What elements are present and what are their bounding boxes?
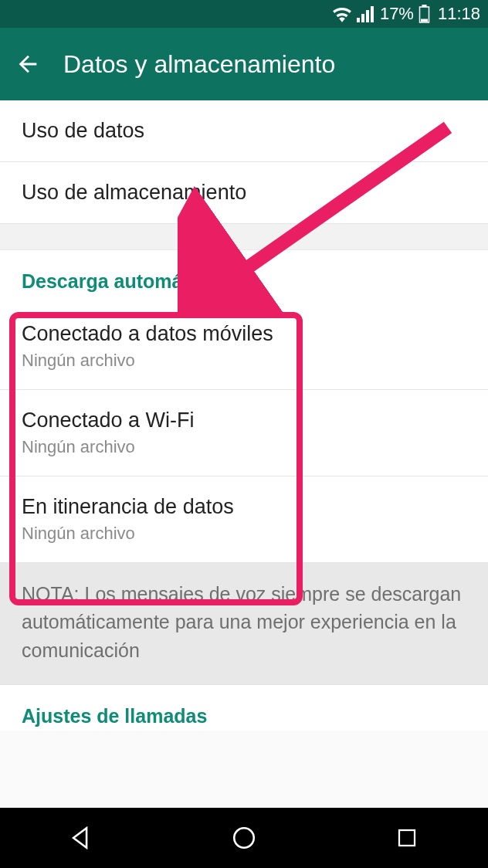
back-button[interactable] [14,50,42,78]
page-title: Datos y almacenamiento [63,50,335,79]
svg-rect-2 [366,10,369,22]
nav-bar [0,808,488,868]
nav-recent-button[interactable] [390,821,424,855]
row-title: Conectado a datos móviles [22,322,466,346]
row-storage-usage[interactable]: Uso de almacenamiento [0,162,488,224]
svg-rect-9 [399,830,415,846]
section-divider [0,224,488,250]
nav-home-button[interactable] [227,821,261,855]
row-wifi[interactable]: Conectado a Wi-Fi Ningún archivo [0,390,488,476]
wifi-icon [332,5,352,22]
clock-time: 11:18 [438,4,480,24]
svg-rect-0 [357,18,360,22]
signal-icon [357,5,375,22]
row-title: Uso de almacenamiento [22,181,466,205]
svg-point-8 [234,828,254,848]
status-bar: 17% 11:18 [0,0,488,28]
row-data-usage[interactable]: Uso de datos [0,100,488,162]
app-bar: Datos y almacenamiento [0,28,488,100]
row-roaming[interactable]: En itinerancia de datos Ningún archivo [0,476,488,563]
row-subtitle: Ningún archivo [22,524,466,544]
section-call-settings: Ajustes de llamadas [0,684,488,731]
row-mobile-data[interactable]: Conectado a datos móviles Ningún archivo [0,303,488,390]
row-subtitle: Ningún archivo [22,437,466,457]
battery-percentage: 17% [380,4,414,24]
row-title: Conectado a Wi-Fi [22,409,466,432]
svg-rect-6 [421,19,428,22]
battery-icon [419,5,430,23]
nav-back-button[interactable] [64,821,98,855]
row-title: Uso de datos [22,119,466,143]
section-auto-download: Descarga automática [0,250,488,303]
content-area: Uso de datos Uso de almacenamiento Desca… [0,100,488,808]
row-title: En itinerancia de datos [22,495,466,519]
svg-rect-1 [361,14,364,22]
row-subtitle: Ningún archivo [22,351,466,371]
note-text: NOTA: Los mensajes de voz siempre se des… [0,563,488,684]
svg-rect-3 [371,6,374,22]
